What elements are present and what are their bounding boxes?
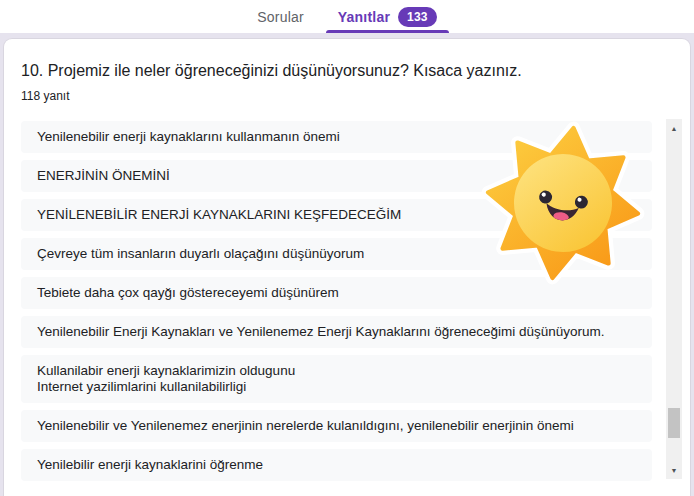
tab-answers-label: Yanıtlar	[338, 9, 390, 25]
responses-page: Sorular Yanıtlar 133 10. Projemiz ile ne…	[0, 0, 694, 496]
response-row: Yenilebilir enerji kaynaklarini öğrenme	[21, 449, 652, 481]
response-row: ENERJİNİN ÖNEMİNİ	[21, 160, 652, 192]
response-count: 118 yanıt	[21, 89, 690, 103]
scrollbar-thumb[interactable]	[668, 408, 680, 438]
tab-questions[interactable]: Sorular	[243, 0, 318, 33]
response-row: Yenilenebilir Enerji Kaynakları ve Yenil…	[21, 316, 652, 348]
response-row: Yenilenebilir enerji kaynaklarını kullan…	[21, 121, 652, 153]
tab-bar: Sorular Yanıtlar 133	[0, 0, 694, 33]
response-row: Yenilenebilir ve Yenilenemez enerjinin n…	[21, 410, 652, 442]
responses-list: Yenilenebilir enerji kaynaklarını kullan…	[21, 121, 652, 481]
answers-count-badge: 133	[398, 7, 437, 27]
active-tab-underline	[326, 30, 449, 33]
response-row: Kullanilabir enerji kaynaklarimizin oldu…	[21, 355, 652, 403]
responses-scrollbar[interactable]: ▲ ▼	[666, 119, 682, 479]
response-row: YENİLENEBİLİR ENERJİ KAYNAKLARINI KEŞFED…	[21, 199, 652, 231]
scroll-up-arrow-icon[interactable]: ▲	[666, 121, 682, 135]
response-row: Çevreye tüm insanların duyarlı olaçağını…	[21, 238, 652, 270]
scroll-down-arrow-icon[interactable]: ▼	[666, 463, 682, 477]
response-row: Tebiete daha çox qayğı göstereceyemi düş…	[21, 277, 652, 309]
question-title: 10. Projemiz ile neler öğreneceğinizi dü…	[21, 61, 690, 81]
tab-questions-label: Sorular	[257, 9, 304, 25]
question-card: 10. Projemiz ile neler öğreneceğinizi dü…	[3, 38, 691, 496]
tab-answers[interactable]: Yanıtlar 133	[324, 0, 451, 33]
